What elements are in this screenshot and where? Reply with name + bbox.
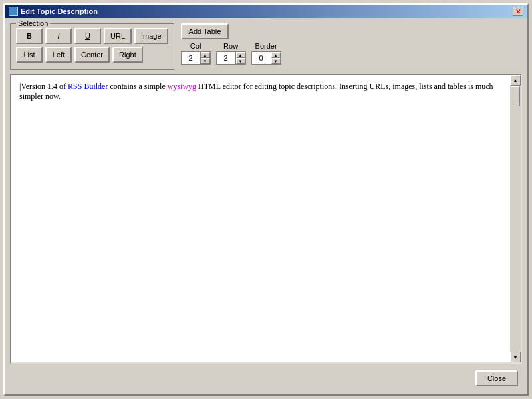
row-spinner: ▲ ▼ xyxy=(216,51,246,65)
border-spinner-group: Border ▲ ▼ xyxy=(251,42,281,65)
row-spinner-group: Row ▲ ▼ xyxy=(216,42,246,65)
border-up-arrow[interactable]: ▲ xyxy=(271,52,281,58)
col-down-arrow[interactable]: ▼ xyxy=(201,58,210,64)
col-arrows: ▲ ▼ xyxy=(200,52,210,64)
col-spinner-group: Col ▲ ▼ xyxy=(181,42,211,65)
col-spinner: ▲ ▼ xyxy=(181,51,211,65)
col-label: Col xyxy=(190,42,201,50)
selection-legend: Selection xyxy=(16,19,50,27)
editor-wrapper: |Version 1.4 of RSS Builder contains a s… xyxy=(10,74,522,364)
center-button[interactable]: Center xyxy=(74,47,110,63)
row-up-arrow[interactable]: ▲ xyxy=(236,52,245,58)
left-button[interactable]: Left xyxy=(45,47,72,63)
top-toolbar: Selection B I U URL Image List Left Cent… xyxy=(10,23,522,70)
editor-content: |Version 1.4 of RSS Builder contains a s… xyxy=(19,82,493,101)
bold-button[interactable]: B xyxy=(16,28,43,44)
title-icon xyxy=(9,7,18,16)
spinner-row: Col ▲ ▼ Row xyxy=(181,42,281,65)
window-title: Edit Topic Description xyxy=(21,7,98,15)
right-button[interactable]: Right xyxy=(112,47,143,63)
row-down-arrow[interactable]: ▼ xyxy=(236,58,245,64)
italic-button[interactable]: I xyxy=(45,28,72,44)
format-button-row1: B I U URL Image xyxy=(16,28,168,44)
rss-builder-link[interactable]: RSS Builder xyxy=(68,82,108,91)
image-button[interactable]: Image xyxy=(134,28,168,44)
border-arrows: ▲ ▼ xyxy=(271,52,281,64)
main-window: Edit Topic Description ✕ Selection B I U… xyxy=(3,3,529,396)
window-close-button[interactable]: ✕ xyxy=(513,7,523,16)
col-input[interactable] xyxy=(182,52,200,64)
border-input[interactable] xyxy=(252,52,271,64)
row-arrows: ▲ ▼ xyxy=(235,52,245,64)
scrollbar-up-button[interactable]: ▲ xyxy=(510,75,521,86)
border-down-arrow[interactable]: ▼ xyxy=(271,58,281,64)
format-button-row2: List Left Center Right xyxy=(16,47,168,63)
add-table-button[interactable]: Add Table xyxy=(181,23,229,39)
col-up-arrow[interactable]: ▲ xyxy=(201,52,210,58)
list-button[interactable]: List xyxy=(16,47,43,63)
row-label: Row xyxy=(223,42,238,50)
wysiwyg-link[interactable]: wysiwyg xyxy=(168,82,196,91)
scrollbar-track: ▲ ▼ xyxy=(510,75,521,362)
close-dialog-button[interactable]: Close xyxy=(475,370,518,386)
underline-button[interactable]: U xyxy=(74,28,101,44)
scrollbar-thumb[interactable] xyxy=(511,86,520,106)
selection-group: Selection B I U URL Image List Left Cent… xyxy=(10,23,174,70)
border-spinner: ▲ ▼ xyxy=(251,51,281,65)
titlebar: Edit Topic Description ✕ xyxy=(5,5,527,18)
border-label: Border xyxy=(255,42,277,50)
window-content: Selection B I U URL Image List Left Cent… xyxy=(5,18,527,394)
footer-bar: Close xyxy=(10,368,522,389)
url-button[interactable]: URL xyxy=(104,28,132,44)
editor-text-1: Version 1.4 of xyxy=(21,82,68,91)
scrollbar-down-button[interactable]: ▼ xyxy=(510,352,521,362)
editor-text-2: contains a simple xyxy=(108,82,167,91)
editor-area[interactable]: |Version 1.4 of RSS Builder contains a s… xyxy=(11,75,510,362)
row-input[interactable] xyxy=(217,52,235,64)
table-controls: Add Table Col ▲ ▼ Row xyxy=(181,23,281,65)
